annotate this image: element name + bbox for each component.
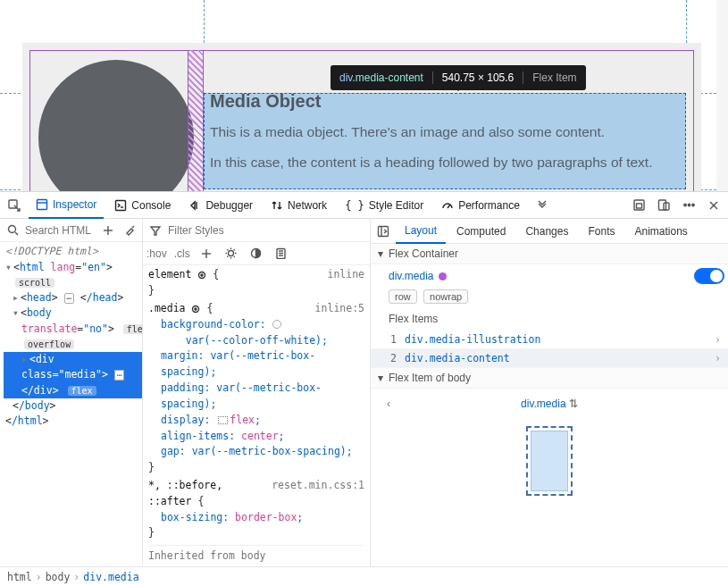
breadcrumbs[interactable]: html› body› div.media xyxy=(0,566,728,586)
dom-pane: <!DOCTYPE html> ▾<html lang="en"> scroll… xyxy=(0,219,143,566)
more-tabs-icon[interactable] xyxy=(531,195,552,216)
cls-button[interactable]: .cls xyxy=(174,247,190,260)
overflow-badge[interactable]: overflow xyxy=(24,339,74,349)
chevron-right-icon: › xyxy=(715,352,721,364)
tab-performance[interactable]: Performance xyxy=(434,192,527,219)
filter-icon xyxy=(146,222,164,239)
crumb[interactable]: div.media xyxy=(83,571,138,583)
prev-sibling-icon[interactable]: ‹ xyxy=(387,398,390,410)
highlighter-dot-icon[interactable] xyxy=(439,272,447,280)
pseudo-hov-button[interactable]: :hov xyxy=(146,247,167,260)
dom-node-html[interactable]: ▾<html lang="en"> xyxy=(4,260,142,275)
iframe-picker-icon[interactable] xyxy=(628,195,649,216)
flex-badge[interactable]: flex xyxy=(68,386,96,396)
svg-point-23 xyxy=(229,251,234,256)
dom-node-html-close[interactable]: </html> xyxy=(4,414,142,429)
dom-doctype: <!DOCTYPE html> xyxy=(4,244,142,259)
svg-line-6 xyxy=(448,205,450,208)
devtools: Inspector Console Debugger Network { } S… xyxy=(0,191,728,586)
element-infotip: div.media-content 540.75 × 105.6 Flex It… xyxy=(331,65,586,90)
search-html-input[interactable] xyxy=(25,224,96,237)
eyedropper-icon[interactable] xyxy=(121,222,138,239)
close-devtools-icon[interactable] xyxy=(703,195,724,216)
svg-point-16 xyxy=(8,226,15,233)
dom-node-div-media[interactable]: ▸<div xyxy=(4,352,142,367)
tab-inspector[interactable]: Inspector xyxy=(29,192,104,219)
light-mode-icon[interactable] xyxy=(222,245,240,263)
dom-node-body[interactable]: ▾<body xyxy=(4,306,142,321)
flex-item-row[interactable]: 2 div.media-content › xyxy=(371,349,728,368)
rules-filter-bar xyxy=(143,219,370,242)
media-heading: Media Object xyxy=(210,91,685,112)
tab-debugger[interactable]: Debugger xyxy=(181,192,260,219)
tab-layout[interactable]: Layout xyxy=(396,219,446,244)
dom-node-div-media-close[interactable]: </div> flex xyxy=(4,383,142,398)
crumb[interactable]: body xyxy=(46,571,71,583)
tab-animations[interactable]: Animations xyxy=(625,219,696,244)
flex-item-link[interactable]: div.media ⇅ xyxy=(521,398,578,410)
inherited-from-label: Inherited from body xyxy=(148,545,364,565)
tab-computed[interactable]: Computed xyxy=(448,219,515,244)
pick-element-icon[interactable] xyxy=(4,195,25,216)
dom-search-bar xyxy=(0,219,142,242)
dom-node-body-close[interactable]: </body> xyxy=(4,398,142,414)
devtools-toolbar: Inspector Console Debugger Network { } S… xyxy=(0,192,728,219)
svg-rect-8 xyxy=(636,204,641,208)
filter-styles-input[interactable] xyxy=(168,224,366,237)
rule-media[interactable]: inline:5 .media { background-color: var(… xyxy=(148,301,364,476)
tab-style-editor[interactable]: { } Style Editor xyxy=(338,192,431,219)
css-rules[interactable]: inline element {} inline:5 .media { back… xyxy=(143,265,370,566)
rule-element[interactable]: inline element {} xyxy=(148,267,364,299)
svg-rect-3 xyxy=(116,200,126,210)
meatball-menu-icon[interactable] xyxy=(678,195,699,216)
expand-sidebar-icon[interactable] xyxy=(372,225,394,238)
flex-container-section[interactable]: ▾Flex Container xyxy=(371,244,728,264)
flex-item-of-body-section[interactable]: ▾Flex Item of body xyxy=(371,368,728,389)
color-swatch-icon[interactable] xyxy=(272,320,281,329)
svg-line-28 xyxy=(227,250,228,251)
ellipsis-icon[interactable]: ⋯ xyxy=(64,293,74,304)
flex-items-label: Flex Items xyxy=(389,313,724,325)
flex-container-link[interactable]: div.media xyxy=(389,270,433,282)
chevron-right-icon: › xyxy=(715,333,721,346)
add-rule-icon[interactable] xyxy=(197,245,215,263)
svg-line-31 xyxy=(234,250,235,251)
svg-point-38 xyxy=(201,274,203,276)
print-media-icon[interactable] xyxy=(272,245,290,263)
add-node-icon[interactable] xyxy=(99,222,117,239)
overlay-toggle[interactable] xyxy=(694,268,724,284)
dark-mode-icon[interactable] xyxy=(247,245,265,263)
media-content: Media Object This is a media object. The… xyxy=(210,91,685,185)
sidebar-tabs: Layout Computed Changes Fonts Animations xyxy=(371,219,728,244)
crumb[interactable]: html xyxy=(7,571,32,583)
infotip-dimensions: 540.75 × 105.6 xyxy=(442,71,514,84)
responsive-mode-icon[interactable] xyxy=(653,195,674,216)
dom-node-head[interactable]: ▸<head> ⋯ </head> xyxy=(4,290,142,306)
scroll-badge[interactable]: scroll xyxy=(15,278,54,288)
flex-badge[interactable]: flex xyxy=(123,324,142,334)
flex-items-list: 1 div.media-illustration › 2 div.media-c… xyxy=(371,331,728,368)
svg-point-40 xyxy=(195,308,197,310)
tab-console[interactable]: Console xyxy=(107,192,178,219)
svg-point-12 xyxy=(688,205,690,206)
tab-fonts[interactable]: Fonts xyxy=(579,219,623,244)
dom-tree[interactable]: <!DOCTYPE html> ▾<html lang="en"> scroll… xyxy=(0,242,142,566)
rule-reset[interactable]: reset.min.css:1 *, ::before, ::after { b… xyxy=(148,478,364,541)
dom-node-div-media[interactable]: class="media"> ⋯ xyxy=(4,367,142,382)
rules-pane: :hov .cls inline element {} inline:5 .me… xyxy=(143,219,371,566)
tab-network[interactable]: Network xyxy=(264,192,334,219)
flex-item-diagram xyxy=(371,414,728,496)
layout-pane: Layout Computed Changes Fonts Animations… xyxy=(371,219,728,566)
svg-point-11 xyxy=(683,205,685,206)
infotip-selector: div.media-content xyxy=(339,71,423,84)
svg-rect-9 xyxy=(658,200,665,210)
infotip-flex-label: Flex Item xyxy=(532,71,576,84)
svg-line-29 xyxy=(234,256,235,257)
ellipsis-icon[interactable]: ⋯ xyxy=(114,370,124,381)
page-preview: Media Object This is a media object. The… xyxy=(0,0,728,191)
media-paragraph: This is a media object. There's an image… xyxy=(210,124,685,140)
tab-changes[interactable]: Changes xyxy=(516,219,577,244)
flex-item-row[interactable]: 1 div.media-illustration › xyxy=(371,331,728,349)
media-illustration xyxy=(38,60,194,191)
flex-icon[interactable] xyxy=(218,416,228,424)
